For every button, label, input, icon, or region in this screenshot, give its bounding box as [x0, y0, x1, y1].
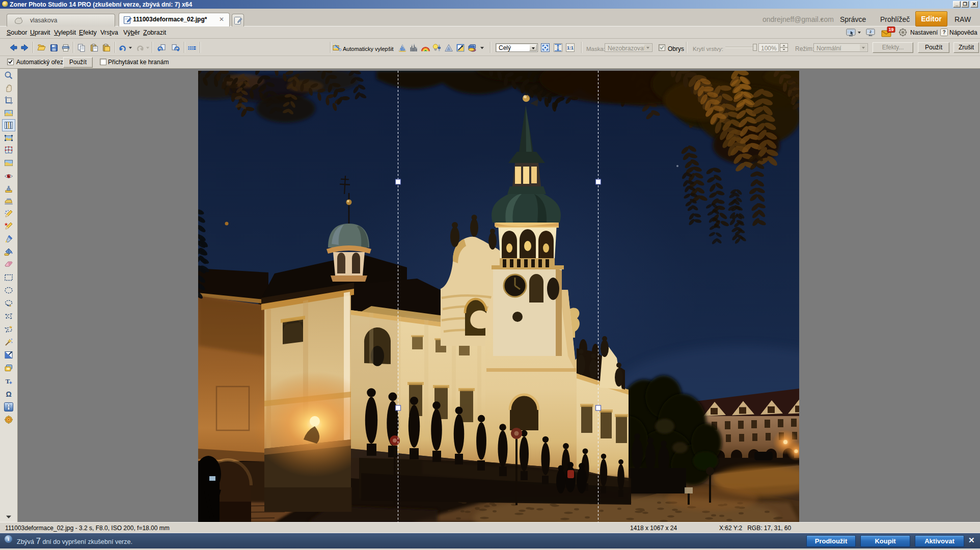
svg-text:1:1: 1:1: [567, 45, 574, 50]
svg-text:19: 19: [888, 27, 893, 32]
svg-text:2: 2: [869, 30, 872, 34]
svg-text:Ω: Ω: [6, 390, 11, 398]
svg-text:?: ?: [942, 30, 945, 35]
svg-text:T: T: [6, 377, 10, 385]
